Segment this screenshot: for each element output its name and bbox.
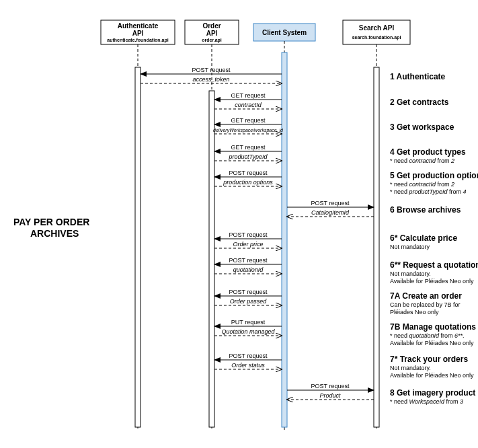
- svg-text:Pléiades Neo only: Pléiades Neo only: [390, 309, 439, 315]
- activation-auth: [135, 67, 141, 427]
- msg-7a-req: POST request: [229, 289, 268, 295]
- svg-text:authenticate.foundation.api: authenticate.foundation.api: [107, 38, 168, 43]
- svg-text:Authenticate: Authenticate: [118, 22, 159, 30]
- msg-5-res: production options: [223, 179, 273, 186]
- svg-text:* need WorkspaceId from 3: * need WorkspaceId from 3: [390, 398, 463, 405]
- msg-1-req: POST request: [192, 67, 231, 73]
- actor-authenticate: Authenticate API authenticate.foundation…: [101, 20, 175, 44]
- svg-text:* need contractId from 2: * need contractId from 2: [390, 157, 454, 164]
- svg-text:Available for Pléiades Neo onl: Available for Pléiades Neo only: [390, 278, 474, 285]
- step-2: 2 Get contracts: [390, 98, 449, 107]
- svg-text:Not mandatory.: Not mandatory.: [390, 365, 431, 371]
- actor-search: Search API search.foundation.api: [343, 20, 410, 44]
- svg-text:Search API: Search API: [359, 24, 395, 32]
- svg-text:7A Create an order: 7A Create an order: [390, 291, 462, 301]
- step-7b: 7B Manage quotations * need quotationId …: [390, 322, 476, 346]
- svg-text:Available for Pléiades Neo onl: Available for Pléiades Neo only: [390, 372, 474, 379]
- svg-text:Order: Order: [202, 22, 221, 30]
- svg-text:* need productTypeId from 4: * need productTypeId from 4: [390, 188, 466, 195]
- msg-7b-req: PUT request: [231, 319, 266, 326]
- svg-text:order.api: order.api: [202, 38, 222, 43]
- msg-6-req: POST request: [311, 200, 350, 207]
- svg-text:7B Manage quotations: 7B Manage quotations: [390, 322, 476, 332]
- svg-text:Client System: Client System: [262, 29, 307, 36]
- svg-text:Available for Pléiades Neo onl: Available for Pléiades Neo only: [390, 340, 474, 346]
- diagram-title-2: ARCHIVES: [30, 228, 79, 239]
- msg-3-req: GET request: [231, 117, 266, 124]
- step-6: 6 Browse archives: [390, 205, 461, 215]
- svg-text:4 Get product types: 4 Get product types: [390, 147, 466, 157]
- svg-text:Can be replaced by 7B for: Can be replaced by 7B for: [390, 301, 461, 308]
- actor-order: Order API order.api: [185, 20, 239, 44]
- svg-text:7* Track your orders: 7* Track your orders: [390, 354, 468, 364]
- svg-text:8 Get imagery product: 8 Get imagery product: [390, 388, 475, 398]
- msg-6q-res: quotationId: [233, 266, 264, 273]
- svg-text:* need quotationId from 6**.: * need quotationId from 6**.: [390, 332, 465, 339]
- svg-text:5 Get production options: 5 Get production options: [390, 171, 478, 180]
- svg-text:1 Authenticate: 1 Authenticate: [390, 72, 446, 81]
- svg-text:API: API: [206, 30, 218, 37]
- activation-client: [282, 52, 287, 427]
- svg-text:API: API: [132, 30, 144, 37]
- msg-1-res: access_token: [192, 76, 229, 83]
- step-8: 8 Get imagery product * need WorkspaceId…: [390, 388, 475, 405]
- msg-4-res: productTypeId: [229, 153, 268, 160]
- step-1: 1 Authenticate: [390, 72, 446, 81]
- msg-5-req: POST request: [229, 170, 268, 176]
- step-7-star: 7* Track your orders Not mandatory. Avai…: [390, 354, 474, 379]
- step-7a: 7A Create an order Can be replaced by 7B…: [390, 291, 462, 315]
- svg-text:search.foundation.api: search.foundation.api: [352, 35, 401, 40]
- step-6-starstar: 6** Request a quotation Not mandatory. A…: [390, 260, 478, 285]
- msg-2-res: contractId: [235, 102, 262, 108]
- svg-text:6 Browse archives: 6 Browse archives: [390, 205, 461, 215]
- msg-3-res: deliveryWorkspace/workspace_id: [213, 128, 284, 133]
- actor-client: Client System: [253, 24, 315, 41]
- msg-8-res: Product: [319, 392, 341, 399]
- activation-order: [209, 91, 214, 427]
- msg-7s-req: POST request: [229, 352, 268, 359]
- msg-6s-req: POST request: [229, 231, 268, 238]
- msg-2-req: GET request: [231, 92, 266, 99]
- svg-text:Not mandatory: Not mandatory: [390, 244, 430, 250]
- activation-search: [374, 67, 379, 427]
- step-6-star: 6* Calculate price Not mandatory: [390, 233, 457, 250]
- msg-4-req: GET request: [231, 144, 266, 151]
- msg-7a-res: Order passed: [230, 298, 268, 305]
- svg-text:6* Calculate price: 6* Calculate price: [390, 233, 457, 243]
- diagram-title-1: PAY PER ORDER: [13, 217, 89, 227]
- svg-text:6** Request a quotation: 6** Request a quotation: [390, 260, 478, 270]
- msg-8-req: POST request: [311, 383, 350, 389]
- svg-text:2 Get contracts: 2 Get contracts: [390, 98, 449, 107]
- step-4: 4 Get product types * need contractId fr…: [390, 147, 466, 164]
- svg-text:Not mandatory.: Not mandatory.: [390, 270, 431, 277]
- msg-7b-res: Quotation managed: [221, 328, 275, 335]
- step-5: 5 Get production options * need contract…: [390, 171, 478, 195]
- step-3: 3 Get workspace: [390, 122, 454, 132]
- msg-6-res: CatalogItemId: [311, 209, 350, 216]
- sequence-diagram: Authenticate API authenticate.foundation…: [0, 0, 478, 448]
- msg-6s-res: Order price: [233, 241, 263, 248]
- msg-6q-req: POST request: [229, 257, 268, 264]
- msg-7s-res: Order status: [231, 362, 265, 369]
- svg-text:3 Get workspace: 3 Get workspace: [390, 122, 454, 132]
- svg-text:* need contractId from 2: * need contractId from 2: [390, 181, 454, 188]
